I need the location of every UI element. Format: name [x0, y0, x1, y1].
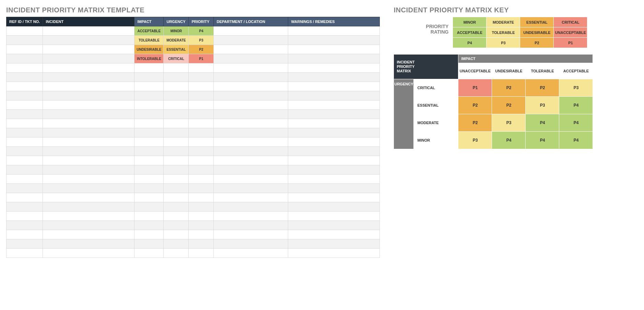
cell-blank[interactable] [189, 82, 214, 91]
cell-blank[interactable] [164, 175, 189, 184]
cell-urgency[interactable]: MODERATE [164, 36, 189, 45]
cell-blank[interactable] [7, 54, 43, 63]
cell-blank[interactable] [189, 138, 214, 147]
cell-blank[interactable] [189, 73, 214, 82]
cell-blank[interactable] [288, 119, 380, 128]
cell-blank[interactable] [7, 165, 43, 175]
cell-blank[interactable] [214, 100, 288, 110]
cell-blank[interactable] [164, 184, 189, 193]
cell-blank[interactable] [189, 119, 214, 128]
cell-blank[interactable] [134, 147, 164, 156]
cell-blank[interactable] [189, 239, 214, 249]
cell-blank[interactable] [7, 239, 43, 249]
cell-blank[interactable] [189, 230, 214, 239]
cell-blank[interactable] [7, 26, 43, 36]
cell-blank[interactable] [7, 128, 43, 138]
cell-blank[interactable] [189, 128, 214, 138]
cell-blank[interactable] [214, 54, 288, 63]
cell-blank[interactable] [43, 128, 134, 138]
cell-blank[interactable] [189, 63, 214, 73]
cell-blank[interactable] [134, 212, 164, 221]
cell-blank[interactable] [164, 119, 189, 128]
cell-blank[interactable] [43, 230, 134, 239]
cell-blank[interactable] [7, 156, 43, 165]
cell-impact[interactable]: TOLERABLE [134, 36, 164, 45]
cell-blank[interactable] [164, 100, 189, 110]
cell-blank[interactable] [288, 138, 380, 147]
cell-blank[interactable] [134, 193, 164, 202]
cell-blank[interactable] [7, 249, 43, 258]
cell-blank[interactable] [189, 100, 214, 110]
cell-blank[interactable] [214, 239, 288, 249]
cell-blank[interactable] [214, 82, 288, 91]
cell-blank[interactable] [288, 82, 380, 91]
cell-blank[interactable] [43, 175, 134, 184]
table-row[interactable] [7, 193, 380, 202]
cell-blank[interactable] [43, 156, 134, 165]
cell-blank[interactable] [7, 138, 43, 147]
cell-blank[interactable] [134, 249, 164, 258]
cell-blank[interactable] [214, 119, 288, 128]
cell-blank[interactable] [43, 82, 134, 91]
cell-blank[interactable] [288, 156, 380, 165]
cell-urgency[interactable]: CRITICAL [164, 54, 189, 63]
table-row[interactable] [7, 239, 380, 249]
cell-blank[interactable] [288, 202, 380, 212]
cell-blank[interactable] [214, 156, 288, 165]
cell-blank[interactable] [189, 165, 214, 175]
cell-priority[interactable]: P3 [189, 36, 214, 45]
table-row[interactable] [7, 230, 380, 239]
cell-blank[interactable] [214, 184, 288, 193]
cell-blank[interactable] [7, 82, 43, 91]
cell-blank[interactable] [288, 165, 380, 175]
cell-blank[interactable] [189, 184, 214, 193]
cell-blank[interactable] [164, 156, 189, 165]
cell-blank[interactable] [214, 212, 288, 221]
cell-blank[interactable] [7, 202, 43, 212]
cell-blank[interactable] [214, 128, 288, 138]
cell-blank[interactable] [189, 156, 214, 165]
cell-blank[interactable] [43, 73, 134, 82]
table-row[interactable]: INTOLERABLECRITICALP1 [7, 54, 380, 63]
cell-blank[interactable] [134, 230, 164, 239]
cell-blank[interactable] [43, 138, 134, 147]
cell-priority[interactable]: P2 [189, 45, 214, 54]
cell-blank[interactable] [7, 73, 43, 82]
cell-blank[interactable] [7, 212, 43, 221]
cell-blank[interactable] [43, 249, 134, 258]
table-row[interactable] [7, 82, 380, 91]
cell-blank[interactable] [43, 100, 134, 110]
cell-blank[interactable] [288, 45, 380, 54]
cell-blank[interactable] [164, 82, 189, 91]
cell-blank[interactable] [43, 239, 134, 249]
cell-priority[interactable]: P4 [189, 26, 214, 36]
cell-blank[interactable] [189, 249, 214, 258]
cell-blank[interactable] [134, 165, 164, 175]
cell-blank[interactable] [189, 193, 214, 202]
cell-blank[interactable] [164, 147, 189, 156]
table-row[interactable] [7, 249, 380, 258]
cell-blank[interactable] [214, 36, 288, 45]
cell-blank[interactable] [214, 91, 288, 100]
table-row[interactable] [7, 91, 380, 100]
table-row[interactable] [7, 138, 380, 147]
cell-blank[interactable] [164, 193, 189, 202]
cell-blank[interactable] [288, 147, 380, 156]
table-row[interactable] [7, 175, 380, 184]
cell-blank[interactable] [189, 147, 214, 156]
cell-blank[interactable] [43, 147, 134, 156]
cell-blank[interactable] [43, 54, 134, 63]
cell-blank[interactable] [288, 128, 380, 138]
table-row[interactable] [7, 73, 380, 82]
cell-blank[interactable] [7, 45, 43, 54]
cell-blank[interactable] [288, 63, 380, 73]
cell-blank[interactable] [189, 221, 214, 230]
cell-blank[interactable] [164, 249, 189, 258]
cell-blank[interactable] [288, 36, 380, 45]
table-row[interactable] [7, 63, 380, 73]
cell-blank[interactable] [288, 73, 380, 82]
cell-blank[interactable] [164, 221, 189, 230]
cell-blank[interactable] [214, 202, 288, 212]
cell-blank[interactable] [214, 26, 288, 36]
cell-blank[interactable] [43, 36, 134, 45]
